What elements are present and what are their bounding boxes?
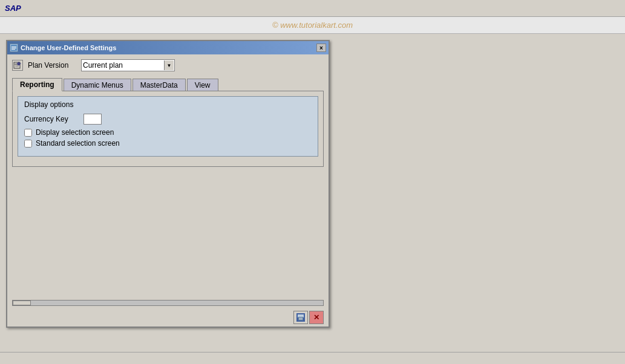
dialog-title-group: Change User-Defined Settings bbox=[10, 44, 116, 52]
top-menu-bar: SAP bbox=[0, 0, 625, 17]
dialog-window: Change User-Defined Settings × Plan Vers… bbox=[6, 40, 330, 328]
watermark-bar: © www.tutorialkart.com bbox=[0, 17, 625, 34]
dialog-titlebar: Change User-Defined Settings × bbox=[7, 41, 329, 54]
main-area: Change User-Defined Settings × Plan Vers… bbox=[0, 34, 625, 334]
cancel-icon: ✕ bbox=[313, 313, 319, 322]
plan-version-select[interactable]: Current plan Plan 1 Plan 2 bbox=[81, 59, 175, 71]
currency-key-label: Currency Key bbox=[24, 115, 79, 123]
footer-buttons: ✕ bbox=[7, 308, 329, 327]
tabs-container: Reporting Dynamic Menus MasterData View bbox=[12, 77, 324, 91]
plan-version-select-wrapper: Current plan Plan 1 Plan 2 ▼ bbox=[81, 59, 175, 71]
scrollbar-thumb[interactable] bbox=[13, 301, 31, 305]
content-spacer bbox=[12, 167, 324, 294]
display-selection-screen-row: Display selection screen bbox=[24, 128, 312, 137]
scrollbar-container bbox=[7, 300, 329, 308]
standard-selection-screen-row: Standard selection screen bbox=[24, 139, 312, 148]
plan-version-label: Plan Version bbox=[28, 61, 76, 70]
tab-dynamic-menus[interactable]: Dynamic Menus bbox=[64, 79, 131, 91]
currency-key-input[interactable] bbox=[83, 114, 102, 125]
tab-content-reporting: Display options Currency Key Display sel… bbox=[12, 91, 324, 167]
display-selection-screen-checkbox[interactable] bbox=[24, 129, 32, 137]
svg-rect-3 bbox=[11, 49, 15, 50]
standard-selection-screen-checkbox[interactable] bbox=[24, 140, 32, 148]
scrollbar-track[interactable] bbox=[12, 300, 324, 306]
dialog-title-text: Change User-Defined Settings bbox=[21, 44, 116, 51]
svg-rect-2 bbox=[11, 48, 16, 48]
display-selection-screen-label: Display selection screen bbox=[36, 128, 114, 137]
plan-version-icon bbox=[12, 60, 23, 71]
watermark-text: © www.tutorialkart.com bbox=[272, 21, 353, 30]
display-options-group: Display options Currency Key Display sel… bbox=[18, 96, 318, 157]
dialog-body: Plan Version Current plan Plan 1 Plan 2 … bbox=[7, 54, 329, 299]
display-options-title: Display options bbox=[24, 100, 312, 109]
tab-master-data[interactable]: MasterData bbox=[133, 79, 186, 91]
save-button[interactable] bbox=[293, 311, 308, 324]
status-bar bbox=[0, 352, 625, 364]
standard-selection-screen-label: Standard selection screen bbox=[36, 139, 120, 148]
dialog-close-button[interactable]: × bbox=[316, 44, 326, 52]
svg-rect-1 bbox=[11, 47, 16, 47]
plan-version-row: Plan Version Current plan Plan 1 Plan 2 … bbox=[12, 59, 324, 71]
tab-view[interactable]: View bbox=[187, 79, 218, 91]
currency-key-row: Currency Key bbox=[24, 114, 312, 125]
save-icon bbox=[296, 313, 305, 322]
dialog-title-icon bbox=[10, 44, 18, 52]
app-title: SAP bbox=[5, 4, 21, 13]
tab-reporting[interactable]: Reporting bbox=[12, 78, 62, 91]
cancel-button[interactable]: ✕ bbox=[309, 311, 324, 324]
